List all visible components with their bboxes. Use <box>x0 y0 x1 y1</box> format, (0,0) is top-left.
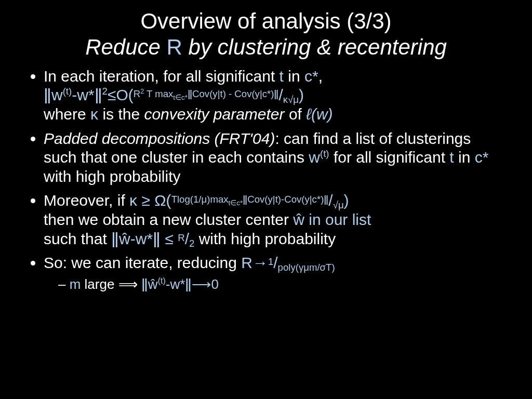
b3-tail: with high probability <box>194 230 336 247</box>
b4-num: 1 <box>268 256 273 267</box>
b2-in: in <box>454 149 475 166</box>
b3-what: ŵ <box>293 211 304 228</box>
b3-norm: ǁŵ-w*ǁ <box>111 230 161 247</box>
b1-convexity: convexity parameter <box>144 105 284 123</box>
b1-cstar: c* <box>304 68 318 85</box>
b2-cstar: c* <box>475 149 489 166</box>
b3-exp-sub: t∈c* <box>229 199 243 207</box>
b2-padded: Padded decompositions (FRT'04) <box>44 130 275 147</box>
b2-forall: for all significant <box>329 149 450 166</box>
b1-of: of <box>285 105 307 123</box>
bullet-4: So: we can iterate, reducing R→1/poly(γμ… <box>44 254 507 292</box>
b4-den: poly(γμm/σT) <box>278 262 335 273</box>
b1-kappa: κ <box>90 105 98 123</box>
b3-den2: 2 <box>189 237 194 248</box>
title-line-2: Reduce R by clustering & recentering <box>25 34 507 60</box>
bullet-2: Padded decompositions (FRT'04): can find… <box>44 129 507 187</box>
s1-supt: (t) <box>158 276 166 285</box>
bullet-list: In each iteration, for all significant t… <box>25 67 507 292</box>
b1-leqO: ≤O( <box>108 86 134 103</box>
b1-exp-T: T max <box>144 88 173 99</box>
b1-supt: (t) <box>63 86 72 97</box>
s1-no: ǁ <box>141 276 148 292</box>
b1-sq: 2 <box>102 86 108 97</box>
b1-isthe: is the <box>98 105 144 123</box>
b1-minus: -w* <box>72 86 94 103</box>
b4-arrow: → <box>252 254 268 271</box>
b1-comma: , <box>318 68 323 85</box>
b3-slash2: / <box>185 230 189 247</box>
b3-close: ) <box>344 192 349 209</box>
b4-slash: / <box>273 254 277 271</box>
b4-a: So: we can iterate, reducing <box>44 254 241 271</box>
s1-m: m <box>70 276 81 292</box>
b1-where: where <box>44 105 90 123</box>
b3-a: Moreover, if <box>44 192 129 209</box>
b3-such: such that <box>44 230 111 247</box>
s1-minus: -w* <box>166 276 185 292</box>
title-line-1: Overview of analysis (3/3) <box>25 8 507 34</box>
b3-geq: ≥ Ω( <box>137 192 171 209</box>
sub-bullet-list: m large ⟹ ǁŵ(t)-w*ǁ⟶0 <box>44 276 507 293</box>
b1-exp-R: R <box>134 88 140 99</box>
slide: Overview of analysis (3/3) Reduce R by c… <box>0 0 532 399</box>
s1-to0: ⟶0 <box>192 276 218 292</box>
s1-large: large <box>81 276 118 292</box>
title-reduce: Reduce <box>85 35 166 59</box>
b3-inlist: in our list <box>304 211 371 228</box>
b1-slash: / <box>278 86 283 103</box>
s1-nc: ǁ <box>185 276 192 292</box>
b1-exp-sub: t∈c* <box>173 94 188 101</box>
b2-supt: (t) <box>320 148 329 159</box>
title-R: R <box>167 35 182 59</box>
b1-norm-close: ǁ <box>95 86 102 103</box>
b3-exp-cov: ǁCov(y|t)-Cov(y|c*)ǁ <box>243 194 328 205</box>
b1-w: w <box>51 86 63 103</box>
title-block: Overview of analysis (3/3) Reduce R by c… <box>25 8 507 61</box>
s1-imp: ⟹ <box>118 276 138 292</box>
b3-num: R <box>178 232 184 243</box>
b1-ellw: ℓ(w) <box>306 105 332 123</box>
sub-bullet-1: m large ⟹ ǁŵ(t)-w*ǁ⟶0 <box>58 276 507 293</box>
b1-exp-cov: ǁCov(y|t) - Cov(y|c*)ǁ <box>188 88 278 99</box>
b1-den: κ√μ <box>283 94 299 105</box>
b2-w: w <box>309 149 320 166</box>
b1-t: t <box>280 68 284 85</box>
b1-close: ) <box>299 86 304 103</box>
b2-tail: with high probability <box>44 168 180 185</box>
b4-R: R <box>241 254 252 271</box>
b3-then: then we obtain a new cluster center <box>44 211 293 228</box>
b1-norm-open: ǁ <box>44 86 51 103</box>
title-post: by clustering & recentering <box>182 35 447 59</box>
b1-a: In each iteration, for all significant <box>44 68 280 85</box>
s1-what: ŵ <box>148 276 158 292</box>
b3-slash: / <box>328 192 332 209</box>
bullet-1: In each iteration, for all significant t… <box>44 67 507 124</box>
bullet-3: Moreover, if κ ≥ Ω(Tlog(1/μ)maxt∈c*ǁCov(… <box>44 191 507 248</box>
b3-exp: Tlog(1/μ)max <box>171 194 229 205</box>
b3-kappa: κ <box>129 192 137 209</box>
b3-leq: ≤ <box>161 230 178 247</box>
b3-den: √μ <box>333 200 344 210</box>
b1-b: in <box>284 68 304 85</box>
b2-t: t <box>449 149 454 166</box>
s1-sp <box>138 276 141 292</box>
